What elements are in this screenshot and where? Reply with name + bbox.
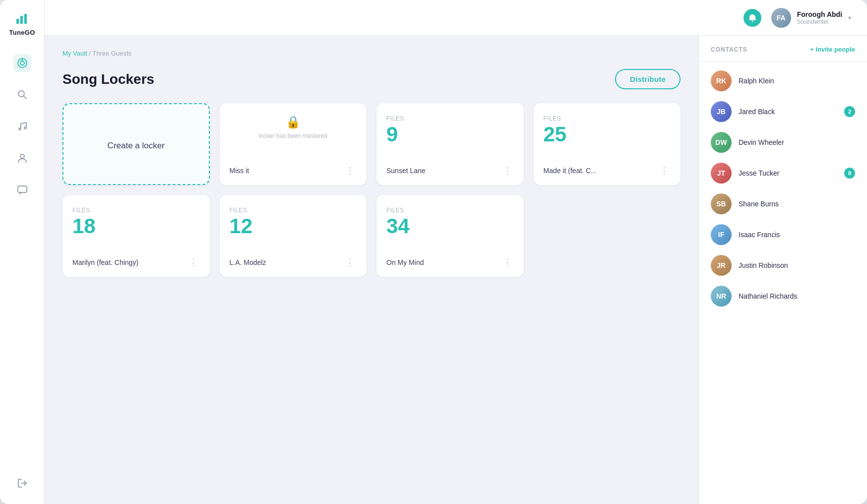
more-options-button[interactable]: ⋮ [187,257,200,268]
contact-item-justin[interactable]: JR Justin Robinson [699,250,867,281]
notification-button[interactable] [743,9,761,27]
locker-card-made-it[interactable]: Files 25 Made it (feat. C... ⋮ [534,103,681,185]
contact-item-nathaniel[interactable]: NR Nathaniel Richards [699,281,867,312]
main-section: FA Foroogh Abdi Soundwriter ▾ My Vault /… [45,0,867,504]
contact-name-justin: Justin Robinson [739,261,855,269]
contact-item-devin[interactable]: DW Devin Wheeler [699,127,867,158]
more-options-button[interactable]: ⋮ [344,165,357,176]
breadcrumb[interactable]: My Vault / Three Guests [62,50,681,57]
contact-avatar-justin: JR [711,255,732,276]
locker-card-marilyn[interactable]: Files 18 Marilyn (feat. Chingy) ⋮ [62,195,210,277]
files-label: Files [230,207,357,214]
files-label: Files [386,115,514,122]
locker-card-la-modelz[interactable]: Files 12 L.A. Modelz ⋮ [220,195,367,277]
lock-status: 🔒 locker has been mastered [230,115,357,140]
contact-name-devin: Devin Wheeler [739,138,855,146]
contact-name-jesse: Jesse Tucker [739,169,837,177]
contacts-section-label: CONTACTS [711,46,747,53]
card-footer: Made it (feat. C... ⋮ [544,165,671,176]
more-options-button[interactable]: ⋮ [344,257,357,268]
user-avatar: FA [771,8,791,28]
main-content: My Vault / Three Guests Song Lockers Dis… [45,36,698,504]
contact-avatar-devin: DW [711,132,732,153]
contact-item-jared[interactable]: JB Jared Black 2 [699,96,867,127]
contact-item-jesse[interactable]: JT Jesse Tucker 8 [699,158,867,189]
card-title: Marilyn (feat. Chingy) [72,258,138,266]
svg-point-13 [751,20,753,22]
sidebar-item-search[interactable] [13,86,31,104]
svg-rect-11 [18,186,27,192]
distribute-button[interactable]: Distribute [615,69,681,89]
breadcrumb-part-1[interactable]: My Vault [62,50,87,57]
sidebar-item-vault[interactable] [13,54,31,72]
svg-rect-0 [16,19,19,24]
sidebar-item-music[interactable] [13,118,31,135]
contact-avatar-isaac: IF [711,224,732,245]
files-info: Files 34 [386,207,514,243]
user-info[interactable]: FA Foroogh Abdi Soundwriter ▾ [771,8,851,28]
page-header: Song Lockers Distribute [62,69,681,89]
more-options-button[interactable]: ⋮ [501,257,514,268]
contact-avatar-shane: SB [711,193,732,214]
files-label: Files [386,207,514,214]
contact-name-ralph: Ralph Klein [739,77,855,85]
files-label: Files [544,115,671,122]
content-area: My Vault / Three Guests Song Lockers Dis… [45,36,867,504]
card-title: Miss it [230,167,249,175]
contact-name-jared: Jared Black [739,108,837,116]
create-locker-label: Create a locker [108,141,165,151]
locker-card-miss-it[interactable]: 🔒 locker has been mastered Miss it ⋮ [220,103,367,185]
locker-card-sunset-lane[interactable]: Files 9 Sunset Lane ⋮ [376,103,524,185]
user-initials: FA [777,14,786,22]
header-actions: FA Foroogh Abdi Soundwriter ▾ [743,8,851,28]
card-title: L.A. Modelz [230,258,266,266]
header: FA Foroogh Abdi Soundwriter ▾ [45,0,867,36]
files-count: 18 [72,216,200,237]
contact-list: RK Ralph Klein JB Jared Black 2 DW Devin… [699,62,867,315]
sidebar-item-logout[interactable] [13,474,31,492]
svg-point-9 [24,127,26,129]
svg-point-4 [20,61,24,65]
sidebar-item-chat[interactable] [13,181,31,199]
card-footer: L.A. Modelz ⋮ [230,257,357,268]
contact-item-ralph[interactable]: RK Ralph Klein [699,65,867,96]
contact-item-isaac[interactable]: IF Isaac Francis [699,219,867,250]
files-info: Files 9 [386,115,514,151]
files-count: 34 [386,216,514,237]
more-options-button[interactable]: ⋮ [658,165,671,176]
lock-label: locker has been mastered [259,132,327,140]
files-info: Files 18 [72,207,200,243]
contact-avatar-jared: JB [711,101,732,122]
lock-icon: 🔒 [286,115,301,129]
user-details: Foroogh Abdi Soundwriter [797,10,842,25]
contacts-header: CONTACTS + Invite people [699,46,867,62]
breadcrumb-part-2[interactable]: Three Guests [92,50,131,57]
svg-rect-2 [24,14,27,24]
sidebar-item-artist[interactable] [13,149,31,167]
svg-point-10 [20,154,24,158]
invite-people-button[interactable]: + Invite people [810,46,855,53]
files-label: Files [72,207,200,214]
locker-card-on-my-mind[interactable]: Files 34 On My Mind ⋮ [376,195,524,277]
more-options-button[interactable]: ⋮ [501,165,514,176]
contact-avatar-nathaniel: NR [711,286,732,307]
contact-item-shane[interactable]: SB Shane Burns [699,189,867,219]
card-footer: On My Mind ⋮ [386,257,514,268]
files-count: 25 [544,124,671,145]
card-footer: Marilyn (feat. Chingy) ⋮ [72,257,200,268]
card-footer: Sunset Lane ⋮ [386,165,514,176]
right-panel: CONTACTS + Invite people RK Ralph Klein … [698,36,867,504]
contact-name-isaac: Isaac Francis [739,231,855,239]
card-title: Sunset Lane [386,167,426,175]
svg-line-7 [23,96,26,99]
files-count: 12 [230,216,357,237]
logo: TuneGO [9,12,35,36]
card-title: On My Mind [386,258,424,266]
create-locker-card[interactable]: Create a locker [62,103,210,185]
svg-rect-1 [20,16,23,24]
page-title: Song Lockers [62,71,154,87]
card-footer: Miss it ⋮ [230,165,357,176]
svg-point-8 [19,128,21,130]
sidebar: TuneGO [0,0,45,504]
logo-icon [15,12,29,29]
